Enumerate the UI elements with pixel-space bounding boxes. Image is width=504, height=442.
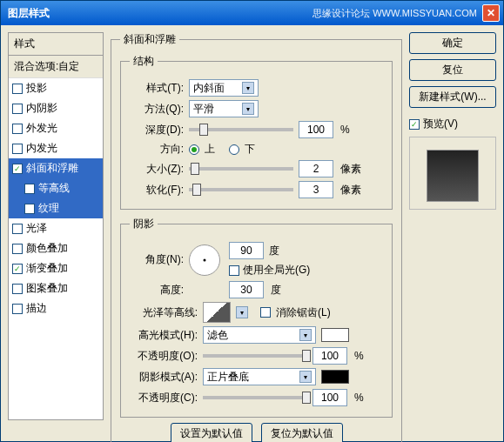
style-checkbox[interactable]: ✓ bbox=[12, 264, 23, 274]
direction-up-radio[interactable] bbox=[189, 144, 199, 155]
highlight-mode-select[interactable]: 滤色▾ bbox=[203, 326, 316, 344]
window-title: 图层样式 bbox=[4, 6, 312, 21]
style-checkbox[interactable] bbox=[12, 104, 23, 114]
preview-checkbox[interactable]: ✓ bbox=[409, 119, 420, 130]
soften-label: 软化(F): bbox=[130, 183, 184, 198]
chevron-down-icon: ▾ bbox=[242, 82, 254, 94]
style-checkbox[interactable] bbox=[12, 284, 23, 294]
technique-label: 方法(Q): bbox=[130, 102, 184, 117]
style-label: 颜色叠加 bbox=[26, 241, 68, 256]
angle-dial[interactable] bbox=[189, 244, 220, 276]
style-label: 纹理 bbox=[38, 201, 59, 216]
shadow-opacity-slider[interactable] bbox=[203, 396, 307, 399]
px-unit2: 像素 bbox=[340, 183, 361, 198]
style-checkbox[interactable] bbox=[12, 304, 23, 314]
percent-unit: % bbox=[340, 124, 350, 136]
sidebar-item-3[interactable]: 内发光 bbox=[9, 138, 103, 158]
sidebar-item-10[interactable]: 图案叠加 bbox=[9, 278, 103, 298]
reset-default-button[interactable]: 复位为默认值 bbox=[261, 423, 343, 442]
angle-input[interactable] bbox=[229, 242, 264, 259]
depth-slider[interactable] bbox=[189, 128, 293, 131]
highlight-mode-label: 高光模式(H): bbox=[130, 328, 198, 343]
style-checkbox[interactable] bbox=[12, 144, 23, 154]
style-label: 外发光 bbox=[26, 121, 57, 136]
ok-button[interactable]: 确定 bbox=[409, 32, 496, 54]
style-checkbox[interactable] bbox=[24, 204, 35, 214]
style-label: 投影 bbox=[26, 81, 47, 96]
sidebar-item-4[interactable]: ✓斜面和浮雕 bbox=[9, 158, 103, 178]
style-checkbox[interactable] bbox=[12, 84, 23, 94]
technique-select[interactable]: 平滑▾ bbox=[189, 100, 259, 117]
sidebar-item-1[interactable]: 内阴影 bbox=[9, 98, 103, 118]
style-checkbox[interactable] bbox=[12, 224, 23, 234]
structure-legend: 结构 bbox=[130, 54, 158, 69]
shadow-opacity-label: 不透明度(C): bbox=[130, 391, 198, 405]
style-checkbox[interactable] bbox=[12, 244, 23, 254]
new-style-button[interactable]: 新建样式(W)... bbox=[409, 86, 496, 108]
close-button[interactable]: ✕ bbox=[482, 4, 500, 22]
chevron-down-icon: ▾ bbox=[299, 371, 312, 383]
percent-unit2: % bbox=[354, 350, 364, 362]
style-label: 光泽 bbox=[26, 221, 47, 236]
global-light-label: 使用全局光(G) bbox=[243, 263, 310, 278]
style-label: 图案叠加 bbox=[26, 281, 68, 296]
sidebar-item-2[interactable]: 外发光 bbox=[9, 118, 103, 138]
highlight-opacity-input[interactable] bbox=[312, 347, 347, 365]
shading-fieldset: 阴影 角度(N): 度 使用全局光(G) bbox=[120, 217, 393, 418]
soften-input[interactable] bbox=[299, 181, 333, 198]
style-checkbox[interactable] bbox=[12, 124, 23, 134]
style-checkbox[interactable]: ✓ bbox=[12, 164, 23, 174]
layer-style-dialog: 图层样式 思缘设计论坛 WWW.MISSYUAN.COM ✕ 样式 混合选项:自… bbox=[0, 0, 504, 442]
highlight-opacity-label: 不透明度(O): bbox=[130, 349, 198, 364]
highlight-opacity-slider[interactable] bbox=[203, 354, 307, 358]
style-checkbox[interactable] bbox=[24, 184, 35, 194]
highlight-color-swatch[interactable] bbox=[321, 328, 349, 342]
size-label: 大小(Z): bbox=[130, 162, 184, 177]
sidebar-header: 样式 bbox=[8, 32, 104, 55]
shadow-color-swatch[interactable] bbox=[321, 370, 349, 384]
percent-unit3: % bbox=[354, 392, 364, 404]
shading-legend: 阴影 bbox=[130, 217, 158, 231]
style-label: 描边 bbox=[26, 301, 47, 316]
size-input[interactable] bbox=[299, 160, 333, 177]
sidebar-item-11[interactable]: 描边 bbox=[9, 298, 103, 318]
shadow-opacity-input[interactable] bbox=[312, 389, 347, 406]
bevel-legend: 斜面和浮雕 bbox=[120, 32, 179, 47]
watermark: 思缘设计论坛 WWW.MISSYUAN.COM bbox=[312, 7, 477, 20]
depth-input[interactable] bbox=[299, 121, 333, 138]
direction-label: 方向: bbox=[130, 142, 184, 157]
sidebar-item-8[interactable]: 颜色叠加 bbox=[9, 238, 103, 258]
chevron-down-icon: ▾ bbox=[242, 103, 254, 115]
main-panel: 斜面和浮雕 结构 样式(T): 内斜面▾ 方法(Q): 平滑▾ 深度(D): bbox=[111, 32, 402, 434]
soften-slider[interactable] bbox=[189, 188, 293, 191]
sidebar-item-0[interactable]: 投影 bbox=[9, 78, 103, 98]
altitude-input[interactable] bbox=[229, 281, 264, 298]
titlebar: 图层样式 思缘设计论坛 WWW.MISSYUAN.COM ✕ bbox=[1, 1, 503, 25]
shadow-mode-select[interactable]: 正片叠底▾ bbox=[203, 368, 316, 385]
direction-down-radio[interactable] bbox=[229, 144, 239, 155]
preview-swatch bbox=[427, 150, 479, 202]
blend-options-row[interactable]: 混合选项:自定 bbox=[9, 56, 103, 78]
sidebar-item-6[interactable]: 纹理 bbox=[9, 198, 103, 218]
dir-down-label: 下 bbox=[245, 142, 255, 157]
style-label: 等高线 bbox=[38, 181, 70, 196]
global-light-checkbox[interactable] bbox=[229, 265, 239, 276]
sidebar-item-9[interactable]: ✓渐变叠加 bbox=[9, 258, 103, 278]
sidebar-item-7[interactable]: 光泽 bbox=[9, 218, 103, 238]
cancel-button[interactable]: 复位 bbox=[409, 59, 496, 81]
depth-label: 深度(D): bbox=[130, 123, 184, 137]
make-default-button[interactable]: 设置为默认值 bbox=[171, 423, 252, 442]
style-label: 样式(T): bbox=[130, 81, 184, 96]
sidebar-item-5[interactable]: 等高线 bbox=[9, 178, 103, 198]
chevron-down-icon[interactable]: ▾ bbox=[236, 306, 248, 318]
preview-wrap bbox=[409, 137, 496, 210]
style-select[interactable]: 内斜面▾ bbox=[189, 79, 259, 97]
antialias-checkbox[interactable] bbox=[260, 307, 271, 318]
shadow-mode-label: 阴影模式(A): bbox=[130, 370, 198, 385]
size-slider[interactable] bbox=[189, 167, 293, 171]
styles-list: 混合选项:自定 投影内阴影外发光内发光✓斜面和浮雕等高线纹理光泽颜色叠加✓渐变叠… bbox=[8, 55, 104, 420]
deg-unit2: 度 bbox=[271, 283, 281, 298]
chevron-down-icon: ▾ bbox=[299, 329, 312, 341]
dir-up-label: 上 bbox=[205, 142, 215, 157]
gloss-contour-picker[interactable] bbox=[203, 302, 231, 323]
